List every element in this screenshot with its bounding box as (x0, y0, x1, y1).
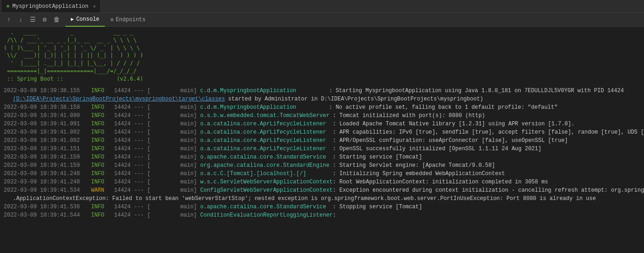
log-timestamp: 2022-03-09 10:39:38.158 (4, 103, 91, 112)
log-logger: org.apache.catalina.core.StandardEngine (200, 161, 333, 170)
log-message: : Stopping service [Tomcat] (333, 203, 640, 211)
log-logger: o.s.b.w.embedded.tomcat.TomcatWebServer (200, 112, 333, 120)
log-thread: [ main] (147, 112, 200, 120)
log-pid: 14424 --- (114, 128, 147, 136)
log-pid: 14424 --- (114, 203, 147, 211)
spring-icon: ☘ (6, 3, 10, 9)
log-level: INFO (91, 87, 114, 95)
log-line: 2022-03-09 10:39:41.159 INFO 14424 --- [… (4, 153, 640, 161)
log-pid: 14424 --- (114, 136, 147, 145)
log-message: : Starting Servlet engine: [Apache Tomca… (333, 161, 640, 170)
log-pid: 14424 --- (114, 186, 147, 194)
log-pid: 14424 --- (114, 87, 147, 95)
log-message: : Loaded Apache Tomcat Native library [1… (333, 120, 640, 128)
log-logger: o.a.c.C.[Tomcat].[localhost].[/] (200, 170, 333, 178)
log-logger: w.s.c.ServletWebServerApplicationContext (200, 178, 333, 186)
log-line: 2022-03-09 10:39:41.534 WARN 14424 --- [… (4, 186, 640, 194)
log-logger: c.d.m.MyspringbootApplication (200, 87, 329, 95)
log-message: : Exception encountered during context i… (333, 186, 644, 194)
log-line: 2022-03-09 10:39:41.091 INFO 14424 --- [… (4, 120, 640, 128)
log-level: INFO (91, 136, 114, 145)
log-line: 2022-03-09 10:39:41.151 INFO 14424 --- [… (4, 145, 640, 153)
log-level: INFO (91, 128, 114, 136)
tab-bar: ☘ MyspringbootApplication ✕ (0, 0, 644, 13)
tab-endpoints[interactable]: ⚙ Endpoints (105, 13, 151, 27)
log-thread: [ main] (147, 103, 200, 112)
close-icon[interactable]: ✕ (93, 4, 96, 9)
filter-button[interactable]: ☰ (28, 15, 38, 25)
log-thread: [ main] (147, 161, 200, 170)
log-logger: o.a.catalina.core.AprLifecycleListener (200, 136, 333, 145)
log-message: : Initializing Spring embedded WebApplic… (333, 170, 640, 178)
log-pid: 14424 --- (114, 112, 147, 120)
log-timestamp: 2022-03-09 10:39:41.092 (4, 128, 91, 136)
log-level: INFO (91, 112, 114, 120)
log-timestamp: 2022-03-09 10:39:41.248 (4, 178, 91, 186)
log-logger: o.apache.catalina.core.StandardService (200, 203, 333, 211)
log-level: INFO (91, 103, 114, 112)
scroll-up-button[interactable]: ↑ (4, 15, 14, 25)
log-timestamp: 2022-03-09 10:39:41.091 (4, 120, 91, 128)
log-logger: o.a.catalina.core.AprLifecycleListener (200, 120, 333, 128)
log-timestamp: 2022-03-09 10:39:41.248 (4, 170, 91, 178)
log-message: : No active profile set, falling back to… (329, 103, 640, 112)
log-pid: 14424 --- (114, 211, 147, 219)
log-logger: o.a.catalina.core.AprLifecycleListener (200, 128, 333, 136)
log-message: : Starting service [Tomcat] (333, 153, 640, 161)
log-line: 2022-03-09 10:39:38.155 INFO 14424 --- [… (4, 87, 640, 95)
log-thread: [ main] (147, 128, 200, 136)
log-level: INFO (91, 178, 114, 186)
tab-label: MyspringbootApplication (12, 3, 89, 10)
log-line: 2022-03-09 10:39:41.248 INFO 14424 --- [… (4, 178, 640, 186)
log-message: : Root WebApplicationContext: initializa… (333, 178, 640, 186)
log-link[interactable]: (D:\IDEA\Projects\SpringBootProjects\mys… (13, 95, 225, 103)
log-pid: 14424 --- (114, 103, 147, 112)
log-logger: c.d.m.MyspringbootApplication (200, 103, 329, 112)
log-timestamp: 2022-03-09 10:39:41.092 (4, 136, 91, 145)
log-pid: 14424 --- (114, 170, 147, 178)
log-timestamp: 2022-03-09 10:39:41.159 (4, 153, 91, 161)
log-message-part: started by Administrator in D:\IDEA\Proj… (225, 95, 640, 103)
tab-myspringboot[interactable]: ☘ MyspringbootApplication ✕ (2, 0, 101, 12)
console-area: . ____ _ __ _ _ /\\ / ___'_ __ _ _(_)_ _… (0, 27, 644, 253)
log-message: : APR capabilities: IPv6 [true], sendfil… (333, 128, 644, 136)
settings-button[interactable]: ⚙ (40, 15, 50, 25)
log-message: : (333, 211, 640, 219)
log-level: INFO (91, 120, 114, 128)
log-line: 2022-03-09 10:39:41.536 INFO 14424 --- [… (4, 203, 640, 211)
log-message: : Tomcat initialized with port(s): 8080 … (333, 112, 640, 120)
log-thread: [ main] (147, 178, 200, 186)
log-level-warn: WARN (91, 186, 114, 194)
console-icon: ▶ (71, 16, 74, 22)
log-logger: o.apache.catalina.core.StandardService (200, 153, 333, 161)
log-line-indent: .ApplicationContextException: Failed to … (4, 194, 640, 203)
endpoints-label: Endpoints (116, 17, 146, 23)
log-level: INFO (91, 161, 114, 170)
log-level: INFO (91, 153, 114, 161)
log-line: 2022-03-09 10:39:41.090 INFO 14424 --- [… (4, 112, 640, 120)
log-line: 2022-03-09 10:39:38.158 INFO 14424 --- [… (4, 103, 640, 112)
log-logger: o.a.catalina.core.AprLifecycleListener (200, 145, 333, 153)
log-logger: ConditionEvaluationReportLoggingListener (200, 211, 333, 219)
scroll-down-button[interactable]: ↓ (16, 15, 26, 25)
log-line: 2022-03-09 10:39:41.544 INFO 14424 --- [… (4, 211, 640, 219)
console-label: Console (76, 16, 99, 23)
log-timestamp: 2022-03-09 10:39:41.090 (4, 112, 91, 120)
log-thread: [ main] (147, 186, 200, 194)
log-timestamp: 2022-03-09 10:39:41.536 (4, 203, 91, 211)
log-level: INFO (91, 145, 114, 153)
log-pid: 14424 --- (114, 120, 147, 128)
log-message: : APR/OpenSSL configuration: useAprConne… (333, 136, 640, 145)
log-timestamp: 2022-03-09 10:39:41.534 (4, 186, 91, 194)
log-pid: 14424 --- (114, 161, 147, 170)
log-timestamp: 2022-03-09 10:39:41.544 (4, 211, 91, 219)
tab-console[interactable]: ▶ Console (65, 13, 105, 27)
clear-button[interactable]: 🗑 (52, 15, 62, 25)
log-thread: [ main] (147, 120, 200, 128)
log-message-exception: .ApplicationContextException: Failed to … (13, 194, 640, 203)
log-logger: ConfigServletWebServerApplicationContext (200, 186, 333, 194)
log-message: : OpenSSL successfully initialized [Open… (333, 145, 640, 153)
log-line: 2022-03-09 10:39:41.159 INFO 14424 --- [… (4, 161, 640, 170)
log-level: INFO (91, 211, 114, 219)
log-line: 2022-03-09 10:39:41.248 INFO 14424 --- [… (4, 170, 640, 178)
